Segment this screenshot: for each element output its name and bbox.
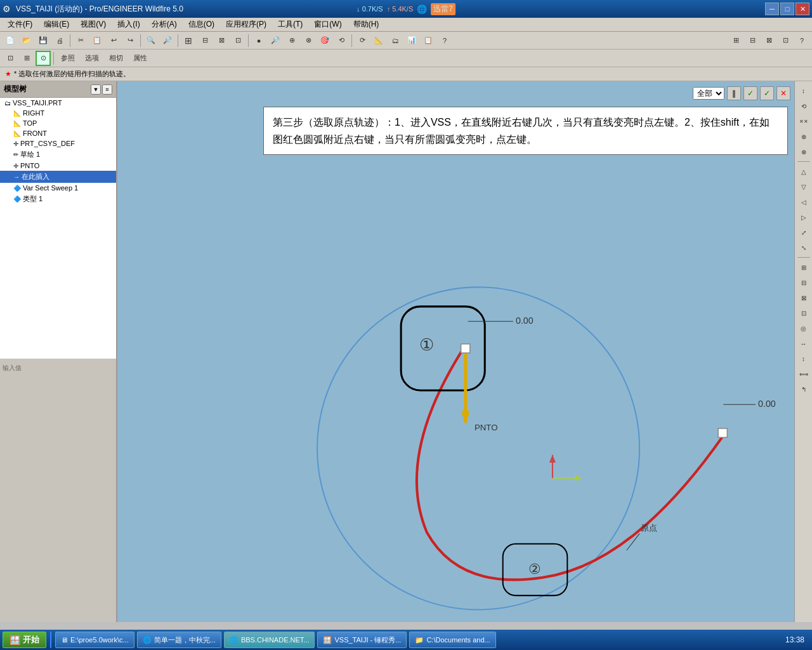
tree-item-类型1[interactable]: 🔷 类型 1 (0, 193, 116, 205)
tb-right-3[interactable]: ⊠ (761, 33, 776, 48)
rt-btn-10[interactable]: ⤢ (797, 225, 811, 239)
taskbar-item-3[interactable]: 🌐BBS.CHINADE.NET... (224, 632, 315, 648)
tb1-b14[interactable]: 📊 (404, 33, 419, 48)
tb2-b3[interactable]: ⊙ (36, 51, 51, 66)
sep6 (53, 52, 54, 65)
tree-item-varsectsweep1[interactable]: 🔷 Var Sect Sweep 1 (0, 183, 116, 193)
view-filter-select[interactable]: 全部 (693, 87, 724, 100)
tree-item-prt_csys_def[interactable]: ✛ PRT_CSYS_DEF (0, 138, 116, 149)
menu-item-v[interactable]: 视图(V) (75, 18, 111, 31)
save-btn[interactable]: 💾 (36, 33, 51, 48)
start-button[interactable]: 🪟 开始 (3, 632, 46, 648)
tree-item-vss_taiji.prt[interactable]: 🗂 VSS_TAIJI.PRT (0, 98, 116, 108)
taskbar-item-2[interactable]: 🌐简单一题，中秋完... (137, 632, 221, 648)
rt-btn-12[interactable]: ⊞ (797, 260, 811, 274)
tb1-b13[interactable]: 🗂 (388, 33, 403, 48)
tb1-b8[interactable]: ⊗ (301, 33, 316, 48)
tb1-b15[interactable]: 📋 (421, 33, 436, 48)
prompt-star: ★ (5, 70, 11, 78)
maximize-button[interactable]: □ (780, 3, 794, 15)
window-controls[interactable]: ─ □ ✕ (765, 3, 809, 15)
rt-btn-9[interactable]: ▷ (797, 210, 811, 224)
menu-item-h[interactable]: 帮助(H) (348, 18, 384, 31)
rt-btn-7[interactable]: ▽ (797, 180, 811, 194)
viewport[interactable]: 全部 ‖ ✓ ✓ ✕ 第三步（选取原点轨迹）：1、进入VSS，在直线附近右键几次… (117, 81, 794, 622)
tb2-b1[interactable]: ⊡ (3, 51, 18, 66)
tb2-ref[interactable]: 参照 (56, 51, 79, 66)
tree-item-草绘1[interactable]: ✏ 草绘 1 (0, 149, 116, 161)
rt-btn-5[interactable]: ⊗ (797, 145, 811, 159)
menu-item-f[interactable]: 文件(F) (3, 18, 37, 31)
undo-btn[interactable]: ↩ (106, 33, 121, 48)
check2-btn[interactable]: ✓ (760, 86, 774, 100)
tree-item-front[interactable]: 📐 FRONT (0, 128, 116, 138)
menu-item-o[interactable]: 信息(O) (183, 18, 219, 31)
rt-btn-4[interactable]: ⊕ (797, 129, 811, 143)
tb2-props[interactable]: 属性 (129, 51, 152, 66)
tb1-b4[interactable]: ⊡ (230, 33, 246, 48)
axis-y-arrow (549, 455, 556, 463)
rt-btn-2[interactable]: ⟲ (797, 99, 811, 113)
zoom-in-btn[interactable]: 🔍 (143, 33, 159, 48)
print-btn[interactable]: 🖨 (52, 33, 67, 48)
model-tree-controls: ▼ ≡ (91, 84, 112, 95)
rt-btn-1[interactable]: ↕ (797, 84, 811, 98)
tb1-b2[interactable]: ⊟ (197, 33, 213, 48)
menu-item-i[interactable]: 插入(I) (112, 18, 145, 31)
menu-item-p[interactable]: 应用程序(P) (221, 18, 272, 31)
check1-btn[interactable]: ✓ (743, 86, 757, 100)
rt-btn-20[interactable]: ↰ (797, 382, 811, 396)
rt-btn-18[interactable]: ↕ (797, 352, 811, 366)
tb1-b12[interactable]: 📐 (371, 33, 386, 48)
tb-right-2[interactable]: ⊟ (745, 33, 760, 48)
pause-btn[interactable]: ‖ (727, 86, 741, 100)
rt-btn-17[interactable]: ↔ (797, 336, 811, 350)
tree-item-top[interactable]: 📐 TOP (0, 118, 116, 128)
redo-btn[interactable]: ↪ (122, 33, 138, 48)
tb1-b16[interactable]: ? (437, 33, 452, 48)
tb-right-5[interactable]: ? (794, 33, 809, 48)
rt-btn-16[interactable]: ◎ (797, 321, 811, 335)
tb1-b9[interactable]: 🎯 (317, 33, 332, 48)
rt-btn-15[interactable]: ⊡ (797, 306, 811, 320)
tb1-b3[interactable]: ⊠ (214, 33, 229, 48)
tb1-b11[interactable]: ⟳ (355, 33, 370, 48)
copy-btn[interactable]: 📋 (89, 33, 105, 48)
menu-item-w[interactable]: 窗口(W) (309, 18, 346, 31)
tb2-opt[interactable]: 选项 (81, 51, 103, 66)
tb2-cut[interactable]: 相切 (105, 51, 128, 66)
tb-right-4[interactable]: ⊡ (778, 33, 793, 48)
tree-item-在此插入[interactable]: → 在此插入 (0, 171, 116, 183)
tree-item-pnto[interactable]: ✛ PNTO (0, 161, 116, 171)
new-btn[interactable]: 📄 (3, 33, 18, 48)
minimize-button[interactable]: ─ (765, 3, 779, 15)
tb1-b7[interactable]: ⊕ (284, 33, 299, 48)
open-btn[interactable]: 📂 (19, 33, 34, 48)
rt-btn-6[interactable]: △ (797, 164, 811, 178)
zoom-out-btn[interactable]: 🔎 (160, 33, 175, 48)
cut-btn[interactable]: ✂ (73, 33, 88, 48)
tb1-b10[interactable]: ⟲ (334, 33, 349, 48)
taskbar-item-1[interactable]: 🖥E:\proe5.0work\c... (55, 632, 134, 648)
taskbar-item-5[interactable]: 📁C:\Documents and... (409, 632, 495, 648)
tree-options-btn[interactable]: ≡ (102, 84, 112, 95)
rt-btn-8[interactable]: ◁ (797, 195, 811, 209)
rt-btn-3[interactable]: ✕✕ (797, 114, 811, 128)
tb-right-1[interactable]: ⊞ (728, 33, 743, 48)
tb1-b6[interactable]: 🔎 (268, 33, 283, 48)
rt-btn-14[interactable]: ⊠ (797, 291, 811, 305)
tree-expand-btn[interactable]: ▼ (91, 84, 101, 95)
tb1-b5[interactable]: ● (251, 33, 266, 48)
tree-item-right[interactable]: 📐 RIGHT (0, 108, 116, 118)
tb1-b1[interactable]: ⊞ (181, 33, 196, 48)
rt-btn-19[interactable]: ⟺ (797, 367, 811, 381)
rt-btn-11[interactable]: ⤡ (797, 241, 811, 255)
cancel-ctrl-btn[interactable]: ✕ (776, 86, 790, 100)
close-button[interactable]: ✕ (796, 3, 809, 15)
menu-item-e[interactable]: 编辑(E) (39, 18, 74, 31)
taskbar-item-4[interactable]: 🪟VSS_TAIJI - 锤程秀... (317, 632, 407, 648)
menu-item-a[interactable]: 分析(A) (147, 18, 182, 31)
menu-item-t[interactable]: 工具(T) (273, 18, 308, 31)
rt-btn-13[interactable]: ⊟ (797, 275, 811, 289)
tb2-b2[interactable]: ⊞ (19, 51, 34, 66)
